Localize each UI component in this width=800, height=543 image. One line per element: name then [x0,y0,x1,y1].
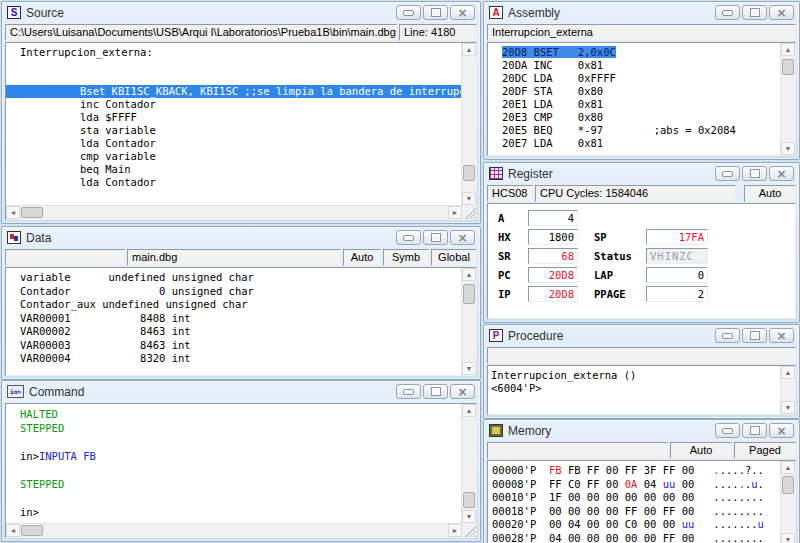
register-value[interactable]: 1800 [528,229,578,245]
source-code-line[interactable]: inc Contador [6,98,461,111]
scrollbar-thumb[interactable] [463,284,475,304]
assembly-line[interactable]: 20E7 LDA 0x81 [488,137,780,150]
data-row[interactable]: VAR00001 8408 int [6,312,461,326]
data-global-button[interactable]: Global [431,249,477,266]
scroll-up-button[interactable]: ▲ [781,43,795,56]
vertical-scrollbar[interactable]: ▲ ▼ [461,404,476,523]
scroll-down-button[interactable]: ▼ [781,533,795,543]
scroll-up-button[interactable]: ▲ [462,43,476,56]
source-code-line[interactable]: beq Main [6,163,461,176]
assembly-line[interactable]: 20E1 LDA 0x81 [488,98,780,111]
close-button[interactable]: × [450,5,475,20]
vertical-scrollbar[interactable]: ▲ ▼ [461,43,476,205]
vertical-scrollbar[interactable]: ▲ ▼ [780,366,795,414]
scroll-down-button[interactable]: ▼ [462,192,476,205]
source-code-line[interactable]: lda Contador [6,176,461,189]
close-button[interactable]: × [450,384,475,399]
data-row[interactable]: Contador 0 unsigned char [6,285,461,299]
memory-paged-button[interactable]: Paged [734,442,796,459]
data-row[interactable]: variable undefined unsigned char [6,271,461,285]
restore-button[interactable] [423,384,448,399]
minimize-button[interactable] [396,384,421,399]
data-symb-button[interactable]: Symb [383,249,429,266]
resize-grip[interactable] [462,523,476,537]
scroll-down-button[interactable]: ▼ [462,362,476,375]
procedure-list-area[interactable]: Interrupcion_externa () <6004'P> ▲ ▼ [487,365,796,415]
source-code-line[interactable] [6,59,461,72]
vertical-scrollbar[interactable]: ▲ ▼ [780,43,795,155]
restore-button[interactable] [742,328,767,343]
memory-row[interactable]: 00020'P 00 04 00 00 C0 00 00 uu .......u [488,518,780,532]
close-button[interactable]: × [769,423,794,438]
resize-grip[interactable] [462,205,476,219]
minimize-button[interactable] [715,166,740,181]
assembly-line[interactable]: 20DF STA 0x80 [488,85,780,98]
register-auto-button[interactable]: Auto [744,185,796,202]
register-value[interactable]: VHINZC [646,248,708,264]
restore-button[interactable] [423,230,448,245]
scroll-down-button[interactable]: ▼ [781,142,795,155]
horizontal-scrollbar[interactable]: ◄ ► [6,205,462,219]
restore-button[interactable] [423,5,448,20]
data-filter-input[interactable] [5,249,125,266]
register-value[interactable]: 68 [528,248,578,264]
assembly-titlebar[interactable]: A Assembly × [484,2,799,23]
scrollbar-thumb[interactable] [21,207,43,218]
restore-button[interactable] [742,166,767,181]
register-value[interactable]: 20D8 [528,286,578,302]
register-panel[interactable]: A4HX1800SP17FASR68StatusVHINZCPC20D8LAP0… [487,203,796,319]
command-console[interactable]: HALTEDSTEPPED in>INPUTA FB STEPPED in> ▲… [5,403,477,538]
procedure-entry[interactable]: <6004'P> [488,382,780,395]
register-titlebar[interactable]: Register × [484,163,799,184]
source-code-line[interactable]: sta variable [6,124,461,137]
memory-auto-button[interactable]: Auto [670,442,732,459]
source-code-line[interactable]: lda $FFFF [6,111,461,124]
close-button[interactable]: × [769,166,794,181]
procedure-entry[interactable]: Interrupcion_externa () [488,369,780,382]
memory-row[interactable]: 00008'P FF C0 FF 00 0A 04 uu 00 ......u. [488,478,780,492]
horizontal-scrollbar[interactable]: ◄ ► [6,523,462,537]
source-code-area[interactable]: Interrupcion_externa:Bset KBI1SC_KBACK, … [5,42,477,220]
scroll-down-button[interactable]: ▼ [781,401,795,414]
memory-row[interactable]: 00000'P FB FB FF 00 FF 3F FF 00 .....?.. [488,464,780,478]
scroll-up-button[interactable]: ▲ [781,461,795,474]
register-value[interactable]: 2 [646,286,708,302]
data-titlebar[interactable]: Data × [2,227,480,248]
scroll-right-button[interactable]: ► [448,206,462,219]
scrollbar-thumb[interactable] [463,492,475,508]
memory-titlebar[interactable]: Memory × [484,420,799,441]
register-value[interactable]: 20D8 [528,267,578,283]
procedure-filter-input[interactable] [487,347,796,364]
source-code-line[interactable]: cmp variable [6,150,461,163]
minimize-button[interactable] [396,5,421,20]
scrollbar-thumb[interactable] [782,476,794,494]
assembly-line[interactable]: 20E3 CMP 0x80 [488,111,780,124]
assembly-code-area[interactable]: 20D8 BSET 2,0x0C20DA INC 0x8120DC LDA 0x… [487,42,796,156]
scroll-up-button[interactable]: ▲ [781,366,795,379]
data-row[interactable]: VAR00002 8463 int [6,325,461,339]
minimize-button[interactable] [396,230,421,245]
assembly-line[interactable]: 20E5 BEQ *-97 ;abs = 0x2084 [488,124,780,137]
restore-button[interactable] [742,423,767,438]
register-value[interactable]: 4 [528,210,578,226]
scroll-right-button[interactable]: ► [448,524,462,537]
scroll-left-button[interactable]: ◄ [6,206,20,219]
memory-row[interactable]: 00018'P 00 00 00 00 FF 00 FF 00 ........ [488,505,780,519]
memory-row[interactable]: 00010'P 1F 00 00 00 00 00 00 00 ........ [488,491,780,505]
close-button[interactable]: × [769,328,794,343]
restore-button[interactable] [742,5,767,20]
command-titlebar[interactable]: in> Command × [2,381,480,402]
source-code-line[interactable]: Bset KBI1SC_KBACK, KBI1SC ;;se limpia la… [6,85,461,98]
scroll-down-button[interactable]: ▼ [462,510,476,523]
data-row[interactable]: VAR00003 8463 int [6,339,461,353]
scrollbar-thumb[interactable] [463,165,475,181]
assembly-line[interactable]: 20D8 BSET 2,0x0C [488,46,780,59]
minimize-button[interactable] [715,328,740,343]
data-row[interactable]: Contador_aux undefined unsigned char [6,298,461,312]
source-titlebar[interactable]: S Source × [2,2,480,23]
assembly-context-input[interactable]: Interrupcion_externa [487,24,796,41]
minimize-button[interactable] [715,5,740,20]
procedure-titlebar[interactable]: P Procedure × [484,325,799,346]
minimize-button[interactable] [715,423,740,438]
memory-dump-area[interactable]: 00000'P FB FB FF 00 FF 3F FF 00 .....?..… [487,460,796,543]
